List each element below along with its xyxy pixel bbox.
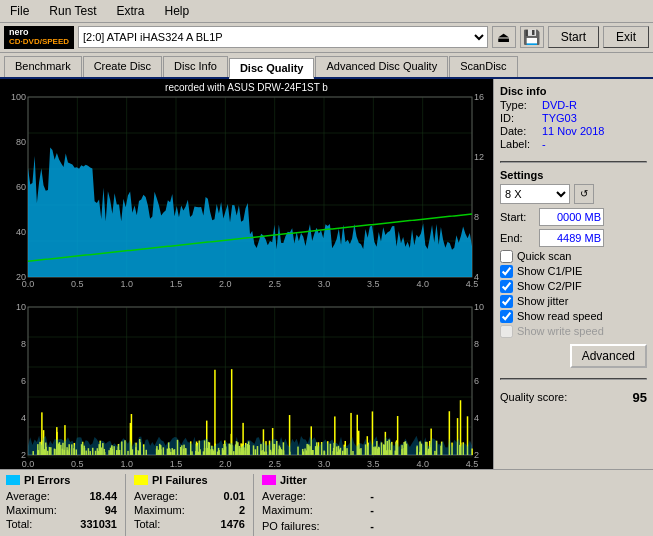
pi-failures-col: PI Failures Average: 0.01 Maximum: 2 Tot… (134, 474, 254, 536)
id-row: ID: TYG03 (500, 112, 647, 124)
date-label: Date: (500, 125, 538, 137)
stats-content: PI Errors Average: 18.44 Maximum: 94 Tot… (6, 474, 647, 536)
jitter-max-value: - (370, 504, 374, 516)
po-failures-row: PO failures: - (262, 520, 374, 532)
show-c1pie-row: Show C1/PIE (500, 265, 647, 278)
jitter-label: Jitter (280, 474, 307, 486)
pi-errors-max-label: Maximum: (6, 504, 57, 516)
tab-advanced-disc-quality[interactable]: Advanced Disc Quality (315, 56, 448, 77)
quick-scan-row: Quick scan (500, 250, 647, 263)
chart-area: recorded with ASUS DRW-24F1ST b (0, 79, 493, 469)
type-label: Type: (500, 99, 538, 111)
show-write-speed-label: Show write speed (517, 325, 604, 337)
start-label: Start: (500, 211, 535, 223)
jitter-avg-value: - (370, 490, 374, 502)
show-read-speed-checkbox[interactable] (500, 310, 513, 323)
pi-errors-header: PI Errors (6, 474, 117, 486)
pi-failures-max-label: Maximum: (134, 504, 185, 516)
end-field-row: End: (500, 229, 647, 247)
pi-failures-header: PI Failures (134, 474, 245, 486)
stats-area: PI Errors Average: 18.44 Maximum: 94 Tot… (0, 469, 653, 536)
quality-score-value: 95 (633, 390, 647, 405)
chart-title: recorded with ASUS DRW-24F1ST b (165, 82, 328, 93)
jitter-avg-row: Average: - (262, 490, 374, 502)
show-c2pif-checkbox[interactable] (500, 280, 513, 293)
date-row: Date: 11 Nov 2018 (500, 125, 647, 137)
eject-button[interactable]: ⏏ (492, 26, 516, 48)
jitter-header: Jitter (262, 474, 374, 486)
disc-label-row: Label: - (500, 138, 647, 150)
tab-benchmark[interactable]: Benchmark (4, 56, 82, 77)
pi-errors-avg-row: Average: 18.44 (6, 490, 117, 502)
quality-row: Quality score: 95 (500, 390, 647, 405)
jitter-avg-label: Average: (262, 490, 306, 502)
speed-select[interactable]: 8 X (500, 184, 570, 204)
menu-run-test[interactable]: Run Test (43, 2, 102, 20)
id-label: ID: (500, 112, 538, 124)
show-write-speed-row: Show write speed (500, 325, 647, 338)
pi-failures-avg-value: 0.01 (224, 490, 245, 502)
tab-bar: Benchmark Create Disc Disc Info Disc Qua… (0, 53, 653, 79)
disc-info-title: Disc info (500, 85, 647, 97)
pi-failures-label: PI Failures (152, 474, 208, 486)
main-content: recorded with ASUS DRW-24F1ST b Disc inf… (0, 79, 653, 469)
save-button[interactable]: 💾 (520, 26, 544, 48)
speed-row: 8 X ↺ (500, 184, 647, 204)
quick-scan-label: Quick scan (517, 250, 571, 262)
tab-disc-info[interactable]: Disc Info (163, 56, 228, 77)
pi-errors-col: PI Errors Average: 18.44 Maximum: 94 Tot… (6, 474, 126, 536)
pi-errors-avg-value: 18.44 (89, 490, 117, 502)
nero-logo: nero CD·DVD/SPEED (4, 26, 74, 49)
tab-disc-quality[interactable]: Disc Quality (229, 58, 315, 79)
tab-create-disc[interactable]: Create Disc (83, 56, 162, 77)
pi-failures-max-value: 2 (239, 504, 245, 516)
reset-button[interactable]: ↺ (574, 184, 594, 204)
pi-errors-label: PI Errors (24, 474, 70, 486)
pi-errors-total-row: Total: 331031 (6, 518, 117, 530)
pi-failures-total-value: 1476 (221, 518, 245, 530)
pi-errors-total-label: Total: (6, 518, 32, 530)
disc-info-section: Disc info Type: DVD-R ID: TYG03 Date: 11… (500, 85, 647, 151)
menu-help[interactable]: Help (159, 2, 196, 20)
start-field-row: Start: (500, 208, 647, 226)
show-c1pie-checkbox[interactable] (500, 265, 513, 278)
show-jitter-checkbox[interactable] (500, 295, 513, 308)
settings-title: Settings (500, 169, 647, 181)
drive-select[interactable]: [2:0] ATAPI iHAS324 A BL1P (78, 26, 488, 48)
show-jitter-row: Show jitter (500, 295, 647, 308)
end-input[interactable] (539, 229, 604, 247)
show-read-speed-row: Show read speed (500, 310, 647, 323)
pi-errors-legend (6, 475, 20, 485)
menu-file[interactable]: File (4, 2, 35, 20)
menu-extra[interactable]: Extra (110, 2, 150, 20)
pi-errors-max-value: 94 (105, 504, 117, 516)
disc-label-label: Label: (500, 138, 538, 150)
pi-errors-max-row: Maximum: 94 (6, 504, 117, 516)
pi-failures-max-row: Maximum: 2 (134, 504, 245, 516)
quality-score-label: Quality score: (500, 391, 567, 403)
pi-failures-legend (134, 475, 148, 485)
start-input[interactable] (539, 208, 604, 226)
id-value: TYG03 (542, 112, 577, 124)
disc-label-value: - (542, 138, 546, 150)
show-write-speed-checkbox (500, 325, 513, 338)
tab-scandisc[interactable]: ScanDisc (449, 56, 517, 77)
po-failures-label: PO failures: (262, 520, 319, 532)
pi-failures-total-row: Total: 1476 (134, 518, 245, 530)
pi-failures-total-label: Total: (134, 518, 160, 530)
pi-failures-avg-row: Average: 0.01 (134, 490, 245, 502)
date-value: 11 Nov 2018 (542, 125, 604, 137)
start-button[interactable]: Start (548, 26, 599, 48)
pi-errors-avg-label: Average: (6, 490, 50, 502)
advanced-button[interactable]: Advanced (570, 344, 647, 368)
show-jitter-label: Show jitter (517, 295, 568, 307)
toolbar: nero CD·DVD/SPEED [2:0] ATAPI iHAS324 A … (0, 23, 653, 53)
type-row: Type: DVD-R (500, 99, 647, 111)
right-panel: Disc info Type: DVD-R ID: TYG03 Date: 11… (493, 79, 653, 469)
pi-failures-avg-label: Average: (134, 490, 178, 502)
exit-button[interactable]: Exit (603, 26, 649, 48)
jitter-col: Jitter Average: - Maximum: - PO failures… (262, 474, 382, 536)
show-read-speed-label: Show read speed (517, 310, 603, 322)
jitter-max-row: Maximum: - (262, 504, 374, 516)
quick-scan-checkbox[interactable] (500, 250, 513, 263)
